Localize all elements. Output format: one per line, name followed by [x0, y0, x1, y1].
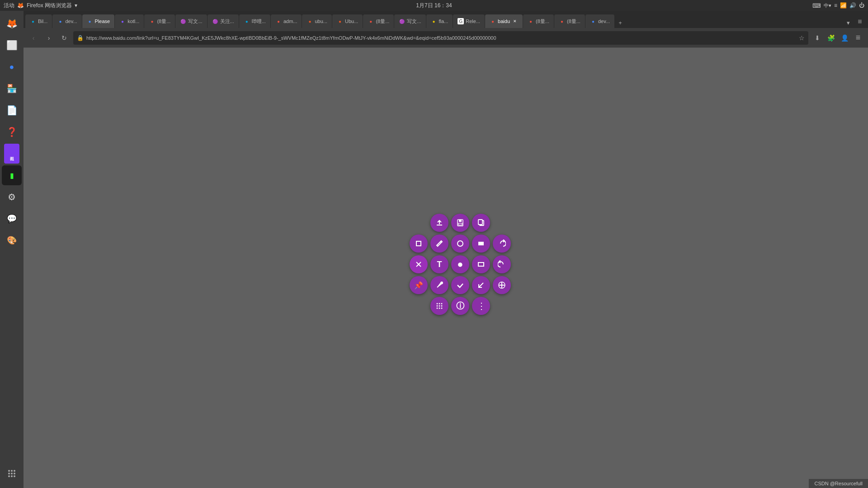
tab-ubu2[interactable]: ● Ubu... — [332, 14, 363, 28]
tab-8-1[interactable]: ● (8量... — [144, 14, 175, 28]
rect2-button[interactable] — [472, 255, 490, 273]
pencil-button[interactable] — [430, 235, 448, 253]
more-button[interactable]: ⋮ — [472, 297, 490, 315]
sidebar-item-appstore[interactable]: 🏪 — [2, 79, 22, 99]
copy-button[interactable] — [472, 214, 490, 232]
tab-kotl[interactable]: ● kotl... — [115, 14, 144, 28]
tab-favicon-follow: 🟣 — [212, 18, 218, 24]
back-button[interactable]: ‹ — [27, 32, 40, 44]
reload-button[interactable]: ↻ — [58, 32, 71, 44]
volume-icon[interactable]: 🔊 — [849, 2, 856, 9]
sidebar-item-sticky[interactable]: 截图 — [4, 144, 19, 164]
pen-button[interactable] — [430, 276, 448, 294]
lang-icon[interactable]: 中▾ — [824, 2, 831, 9]
blur-button[interactable]: ● — [451, 255, 469, 273]
sidebar-item-terminal[interactable]: ▮ — [2, 165, 22, 185]
tab-bil[interactable]: ● Bil... — [25, 14, 52, 28]
sidebar-item-help[interactable]: ❓ — [2, 122, 22, 142]
tab-list-button[interactable]: ▾ — [843, 17, 854, 28]
tab-dev2[interactable]: ● dev... — [585, 14, 614, 28]
keyboard-icon[interactable]: ⌨ — [812, 2, 821, 9]
hamburger-menu-button[interactable]: ≡ — [854, 15, 866, 28]
tab-label-write-2: 写文... — [407, 18, 421, 25]
address-bar[interactable]: 🔒 https://www.baidu.com/link?url=u_FE83T… — [73, 31, 808, 45]
browser-dropdown-icon[interactable]: ▾ — [75, 2, 77, 9]
close-button[interactable] — [410, 255, 428, 273]
sidebar-item-wechat[interactable]: 💬 — [2, 209, 22, 229]
sidebar-item-firefox[interactable]: 🦊 — [2, 14, 22, 33]
bars-icon[interactable]: ≡ — [834, 2, 837, 9]
tab-label-adm: adm... — [283, 19, 297, 24]
upload-button[interactable] — [430, 214, 448, 232]
page-content: T ● 📌 — [24, 48, 868, 488]
network-icon[interactable]: 📶 — [840, 2, 847, 9]
tab-please[interactable]: ● Please — [82, 14, 115, 28]
tab-baidu[interactable]: ● baidu ✕ — [485, 14, 523, 28]
sidebar-item-files[interactable]: 📄 — [2, 100, 22, 120]
rect-button[interactable] — [472, 235, 490, 253]
tab-dev[interactable]: ● dev... — [52, 14, 81, 28]
profile-icon[interactable]: 👤 — [838, 32, 851, 44]
tab-close-baidu[interactable]: ✕ — [512, 18, 518, 24]
svg-point-3 — [8, 473, 10, 474]
toolbar-row-4: 📌 — [410, 276, 511, 294]
circle-button[interactable] — [451, 235, 469, 253]
tab-rele[interactable]: G Rele... — [453, 14, 485, 28]
sidebar-item-livepatch[interactable]: ● — [2, 57, 22, 77]
tab-label-baidu: baidu — [498, 19, 510, 24]
forward-button[interactable]: › — [42, 32, 55, 44]
svg-point-15 — [458, 241, 463, 246]
redo-button[interactable] — [493, 235, 511, 253]
pin-button[interactable]: 📌 — [410, 276, 428, 294]
check-button[interactable] — [451, 276, 469, 294]
tab-fla[interactable]: ● fla... — [426, 14, 453, 28]
svg-point-20 — [437, 303, 438, 305]
menu-button[interactable]: ≡ — [852, 32, 864, 44]
tab-8-3[interactable]: ● (8量... — [523, 14, 554, 28]
tab-label-kotl: kotl... — [127, 19, 139, 24]
download-icon[interactable]: ⬇ — [811, 32, 824, 44]
tab-write-2[interactable]: 🟣 写文... — [394, 14, 425, 28]
svg-rect-14 — [416, 241, 421, 246]
text-button[interactable]: T — [430, 255, 448, 273]
tab-8-2[interactable]: ● (8量... — [363, 14, 394, 28]
sidebar-item-appgrid[interactable] — [2, 464, 22, 483]
tab-adm[interactable]: ● adm... — [271, 14, 302, 28]
svg-point-18 — [441, 282, 443, 284]
tab-label-please: Please — [95, 19, 110, 24]
tab-label-8-3: (8量... — [536, 18, 549, 25]
svg-point-7 — [11, 475, 13, 477]
grid-button[interactable] — [430, 297, 448, 315]
addcross-button[interactable] — [493, 276, 511, 294]
tab-write-1[interactable]: 🟣 写文... — [175, 14, 207, 28]
svg-point-8 — [14, 475, 15, 477]
bookmark-icon[interactable]: ☆ — [799, 34, 805, 42]
tab-follow[interactable]: 🟣 关注... — [208, 14, 239, 28]
tab-favicon-ubu1: ● — [307, 18, 313, 24]
undo-button[interactable] — [493, 255, 511, 273]
sidebar-item-window[interactable]: ⬜ — [2, 35, 22, 55]
system-bar-left: 活动 🦊 Firefox 网络浏览器 ▾ — [4, 2, 77, 9]
tab-ubu1[interactable]: ● ubu... — [302, 14, 332, 28]
browser-chrome: ● Bil... ● dev... ● Please ● kotl... ● (… — [24, 11, 868, 488]
save-button[interactable] — [451, 214, 469, 232]
tab-favicon-8-4: ● — [559, 18, 565, 24]
crop-button[interactable] — [410, 235, 428, 253]
activity-label[interactable]: 活动 — [4, 2, 14, 9]
tab-favicon-ubu2: ● — [337, 18, 343, 24]
left-sidebar: 🦊 ⬜ ● 🏪 📄 ❓ 截图 ▮ ⚙ 💬 🎨 — [0, 11, 24, 488]
tab-add-button[interactable]: + — [615, 17, 626, 28]
tab-label-rele: Rele... — [466, 19, 480, 24]
extensions-icon[interactable]: 🧩 — [825, 32, 837, 44]
tab-label-8-1: (8量... — [157, 18, 170, 25]
tab-favicon-8-2: ● — [368, 18, 374, 24]
power-icon[interactable]: ⏻ — [859, 2, 864, 9]
tab-bilibili[interactable]: ● 哔哩... — [239, 14, 270, 28]
info-button[interactable]: ⓘ — [451, 297, 469, 315]
sidebar-item-settings[interactable]: ⚙ — [2, 187, 22, 207]
svg-point-23 — [437, 305, 438, 307]
sidebar-item-blender[interactable]: 🎨 — [2, 230, 22, 250]
arrow-button[interactable] — [472, 276, 490, 294]
tab-favicon-8-3: ● — [528, 18, 534, 24]
tab-8-4[interactable]: ● (8量... — [554, 14, 585, 28]
